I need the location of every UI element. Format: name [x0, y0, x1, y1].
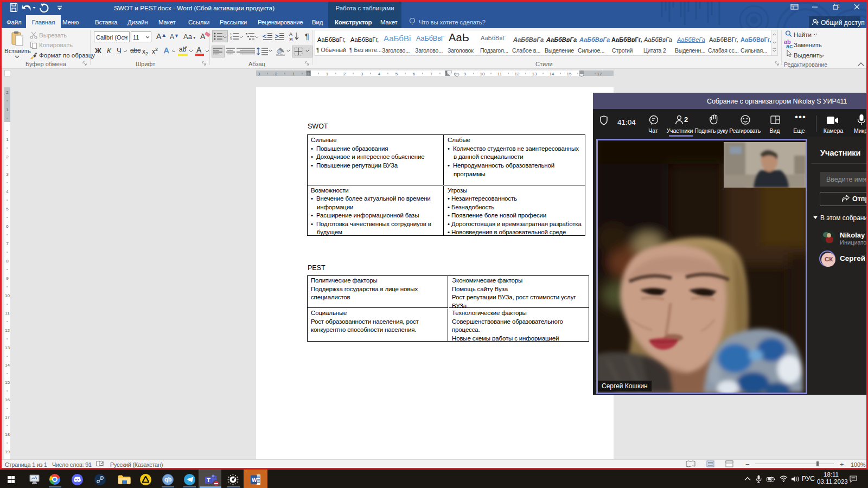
svg-text:4: 4	[6, 189, 9, 194]
svg-text:3: 3	[361, 72, 363, 76]
svg-text:17: 17	[597, 72, 602, 76]
svg-text:7: 7	[6, 241, 9, 246]
svg-text:3: 3	[6, 172, 9, 177]
svg-text:10: 10	[5, 293, 10, 298]
svg-text:11: 11	[497, 72, 502, 76]
svg-text:W: W	[252, 477, 257, 483]
svg-text:9: 9	[464, 72, 467, 76]
svg-text:10: 10	[480, 72, 485, 76]
svg-text:7: 7	[430, 72, 433, 76]
svg-text:5: 5	[6, 207, 9, 211]
svg-text:17: 17	[5, 415, 10, 420]
svg-text:9: 9	[6, 276, 9, 281]
svg-text:1: 1	[6, 137, 9, 142]
svg-text:14: 14	[5, 363, 10, 368]
svg-text:А: А	[200, 32, 206, 41]
svg-text:8: 8	[6, 259, 9, 264]
svg-text:5: 5	[395, 72, 398, 76]
svg-text:19: 19	[5, 450, 10, 454]
svg-text:13: 13	[532, 72, 537, 76]
svg-text:1: 1	[326, 72, 329, 76]
svg-text:3: 3	[258, 72, 260, 76]
svg-text:1: 1	[6, 107, 9, 112]
svg-text:2: 2	[6, 155, 9, 159]
svg-text:6: 6	[413, 72, 416, 76]
svg-text:15: 15	[567, 72, 572, 76]
svg-text:6: 6	[6, 224, 9, 229]
svg-text:2: 2	[343, 72, 346, 76]
svg-text:14: 14	[550, 72, 554, 76]
svg-text:4: 4	[378, 72, 381, 76]
svg-text:1: 1	[292, 72, 295, 76]
svg-text:18: 18	[5, 432, 10, 437]
svg-text:2: 2	[275, 72, 278, 76]
svg-text:13: 13	[5, 345, 10, 350]
svg-text:11: 11	[5, 311, 10, 316]
svg-text:12: 12	[515, 72, 520, 76]
svg-text:3: 3	[230, 37, 232, 40]
svg-text:16: 16	[5, 397, 10, 402]
svg-text:2: 2	[6, 90, 9, 95]
svg-text:12: 12	[5, 328, 10, 333]
svg-text:15: 15	[5, 380, 10, 385]
